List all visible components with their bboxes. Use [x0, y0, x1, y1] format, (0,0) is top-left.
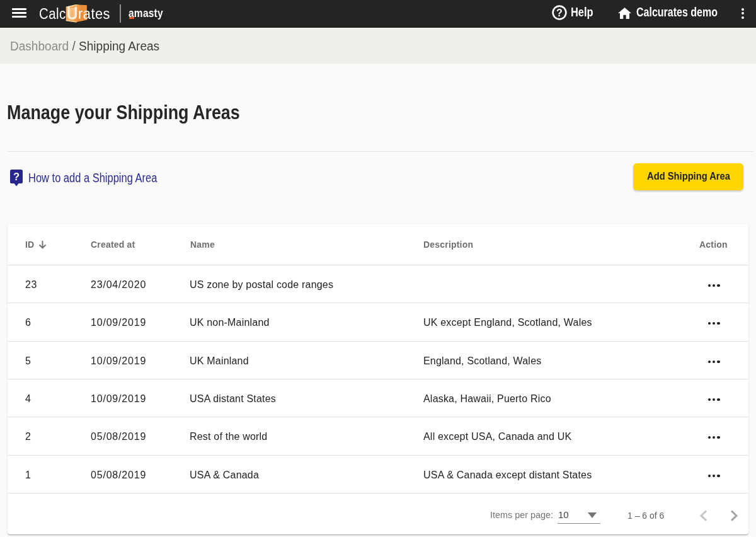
svg-text:?: ?	[13, 171, 20, 182]
svg-text:?: ?	[556, 8, 563, 18]
